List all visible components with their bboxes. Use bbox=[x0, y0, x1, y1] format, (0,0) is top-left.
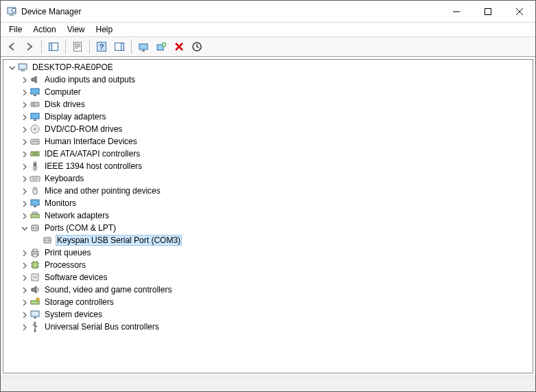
tree-item[interactable]: Software devices bbox=[3, 271, 533, 284]
tree-item-label: Display adapters bbox=[43, 112, 107, 122]
svg-point-25 bbox=[34, 128, 36, 130]
tree-item-label: Processors bbox=[43, 260, 87, 270]
titlebar[interactable]: Device Manager bbox=[1, 1, 535, 23]
svg-rect-18 bbox=[31, 89, 39, 94]
tree-item-label: Computer bbox=[43, 87, 82, 97]
monitor-icon bbox=[30, 198, 40, 209]
tree-item[interactable]: Disk drives bbox=[3, 98, 533, 111]
tree-item[interactable]: Network adapters bbox=[3, 209, 533, 222]
svg-rect-42 bbox=[44, 238, 51, 243]
expand-icon[interactable] bbox=[19, 161, 30, 172]
tree-item[interactable]: Computer bbox=[3, 86, 533, 98]
svg-rect-16 bbox=[19, 64, 27, 69]
mouse-icon bbox=[30, 185, 40, 196]
svg-rect-30 bbox=[31, 152, 39, 156]
audio-icon bbox=[30, 74, 40, 85]
svg-point-54 bbox=[34, 330, 36, 332]
tree-item-label: Human Interface Devices bbox=[43, 137, 139, 146]
back-button[interactable] bbox=[3, 38, 20, 55]
svg-rect-19 bbox=[34, 95, 36, 96]
svg-rect-39 bbox=[32, 225, 38, 231]
tree-item[interactable]: DVD/CD-ROM drives bbox=[3, 123, 533, 135]
tree-item[interactable]: Print queues bbox=[3, 246, 533, 259]
expand-icon[interactable] bbox=[19, 173, 30, 184]
tree-item[interactable]: Sound, video and game controllers bbox=[3, 284, 533, 296]
printer-icon bbox=[30, 247, 40, 258]
show-hide-tree-button[interactable] bbox=[45, 38, 62, 55]
expand-icon[interactable] bbox=[19, 111, 30, 122]
expand-icon[interactable] bbox=[19, 210, 30, 221]
svg-rect-10 bbox=[121, 43, 124, 51]
tree-item-label: IEEE 1394 host controllers bbox=[43, 161, 143, 171]
expand-icon[interactable] bbox=[19, 99, 30, 110]
expand-icon[interactable] bbox=[19, 87, 30, 97]
scan-button[interactable] bbox=[189, 38, 205, 55]
close-button[interactable] bbox=[504, 1, 535, 22]
menu-view[interactable]: View bbox=[62, 23, 91, 36]
tree-item[interactable]: Keyspan USB Serial Port (COM3) bbox=[3, 234, 533, 246]
svg-rect-32 bbox=[34, 163, 36, 166]
properties-button[interactable] bbox=[69, 38, 86, 55]
forward-button[interactable] bbox=[21, 38, 38, 55]
update-driver-button[interactable] bbox=[135, 38, 152, 55]
tree-item[interactable]: IEEE 1394 host controllers bbox=[3, 160, 533, 172]
tree-item-label: Sound, video and game controllers bbox=[43, 285, 173, 295]
expand-icon[interactable] bbox=[19, 136, 30, 147]
expand-icon[interactable] bbox=[19, 124, 30, 135]
tree-item[interactable]: Processors bbox=[3, 259, 533, 271]
svg-point-51 bbox=[36, 298, 39, 301]
tree-item[interactable]: System devices bbox=[3, 308, 533, 321]
collapse-icon[interactable] bbox=[19, 222, 30, 233]
expand-icon[interactable] bbox=[19, 297, 30, 308]
show-hide-action-button[interactable] bbox=[111, 38, 128, 55]
tree-item[interactable]: Audio inputs and outputs bbox=[3, 73, 533, 86]
tree-item[interactable]: Ports (COM & LPT) bbox=[3, 222, 533, 234]
expand-icon[interactable] bbox=[19, 148, 30, 159]
help-button[interactable]: ? bbox=[93, 38, 110, 55]
menu-help[interactable]: Help bbox=[91, 23, 119, 36]
tree-item[interactable]: Universal Serial Bus controllers bbox=[3, 321, 533, 333]
expand-icon[interactable] bbox=[19, 272, 30, 283]
tree-item[interactable]: Keyboards bbox=[3, 172, 533, 185]
network-icon bbox=[30, 210, 40, 221]
svg-rect-11 bbox=[139, 44, 148, 49]
toolbar-separator bbox=[89, 40, 90, 54]
hid-icon bbox=[30, 136, 40, 147]
tree-item[interactable]: Mice and other pointing devices bbox=[3, 185, 533, 197]
tree-item-label: Keyboards bbox=[43, 174, 85, 183]
expand-icon[interactable] bbox=[19, 74, 30, 85]
svg-rect-37 bbox=[31, 214, 39, 218]
tree-item[interactable]: IDE ATA/ATAPI controllers bbox=[3, 148, 533, 160]
tree-item[interactable]: Human Interface Devices bbox=[3, 135, 533, 148]
svg-point-44 bbox=[48, 240, 49, 241]
device-tree[interactable]: DESKTOP-RAE0POEAudio inputs and outputsC… bbox=[3, 59, 533, 373]
menu-action[interactable]: Action bbox=[27, 23, 61, 36]
svg-rect-35 bbox=[31, 200, 39, 205]
expand-icon[interactable] bbox=[19, 309, 30, 320]
tree-item[interactable]: Display adapters bbox=[3, 111, 533, 123]
tree-item-label: IDE ATA/ATAPI controllers bbox=[43, 149, 141, 159]
collapse-icon[interactable] bbox=[6, 62, 17, 73]
expand-icon[interactable] bbox=[19, 260, 30, 270]
expand-icon[interactable] bbox=[19, 185, 30, 196]
uninstall-button[interactable] bbox=[171, 38, 187, 55]
tree-item[interactable]: DESKTOP-RAE0POE bbox=[3, 61, 533, 73]
svg-text:?: ? bbox=[100, 43, 104, 51]
minimize-button[interactable] bbox=[441, 1, 472, 22]
expand-icon[interactable] bbox=[19, 321, 30, 332]
usb-icon bbox=[30, 321, 40, 332]
expand-icon[interactable] bbox=[19, 247, 30, 258]
tree-item[interactable]: Storage controllers bbox=[3, 296, 533, 308]
tree-item-label: Software devices bbox=[43, 273, 108, 282]
add-legacy-button[interactable] bbox=[153, 38, 170, 55]
menu-file[interactable]: File bbox=[3, 23, 27, 36]
port-icon bbox=[42, 235, 53, 246]
svg-rect-28 bbox=[34, 141, 36, 142]
expand-icon[interactable] bbox=[19, 198, 30, 209]
app-icon bbox=[6, 6, 17, 17]
tree-item[interactable]: Monitors bbox=[3, 197, 533, 209]
tree-item-label: System devices bbox=[43, 310, 104, 319]
expand-icon[interactable] bbox=[19, 284, 30, 295]
maximize-button[interactable] bbox=[472, 1, 504, 22]
toolbar-separator bbox=[65, 40, 66, 54]
